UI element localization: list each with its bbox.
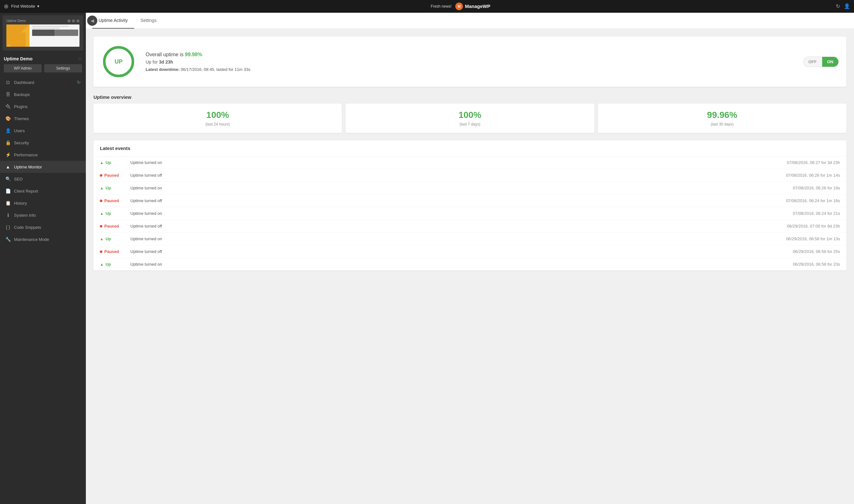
nav-label-6: Performance	[14, 152, 37, 157]
site-preview-image	[6, 24, 79, 47]
nav-back-button[interactable]: ◀	[87, 16, 97, 26]
sidebar-item-uptime-monitor[interactable]: ▲ Uptime Monitor	[0, 161, 86, 173]
overview-card-1: 100% (last 7 days)	[345, 104, 594, 133]
nav-label-12: Code Snippets	[14, 225, 41, 230]
pause-dot-icon	[100, 225, 102, 228]
settings-button[interactable]: Settings	[44, 64, 82, 72]
site-actions: WP Admin Settings	[0, 64, 86, 76]
nav-label-11: System Info	[14, 213, 36, 218]
event-status-label-7: Paused	[104, 249, 119, 254]
sidebar-item-users[interactable]: 👤 Users	[0, 125, 86, 137]
sidebar-item-dashboard[interactable]: ⊡ Dashboard ↻	[0, 76, 86, 88]
event-description-0: Uptime turned on	[130, 160, 782, 165]
event-time-3: 07/08/2016, 06:24 for 1m 16s	[786, 198, 840, 203]
event-row-5: Paused Uptime turned off 06/29/2016, 07:…	[93, 220, 847, 233]
event-row-8: ▲ Up Uptime turned on 06/29/2016, 06:58 …	[93, 258, 847, 270]
pause-dot-icon	[100, 174, 102, 177]
nav-label-5: Security	[14, 141, 29, 145]
nav-icon-3: 🎨	[5, 116, 11, 121]
event-description-1: Uptime turned off	[130, 173, 781, 178]
uptime-status-card: UP Overall uptime is 99.98% Up for 3d 23…	[93, 37, 847, 87]
top-bar-left: ⊕ Find Website ▾	[0, 3, 89, 10]
logo-icon: M	[455, 2, 463, 10]
nav-label-8: SEO	[14, 177, 22, 181]
event-status-2: ▲ Up	[100, 185, 125, 190]
event-row-7: Paused Uptime turned off 06/29/2016, 06:…	[93, 245, 847, 258]
event-status-label-3: Paused	[104, 198, 119, 203]
up-arrow-icon: ▲	[100, 262, 104, 267]
nav-label-7: Uptime Monitor	[14, 165, 42, 169]
nav-icon-1: 🗄	[5, 91, 11, 97]
event-time-5: 06/29/2016, 07:00 for 8d 23h	[787, 224, 840, 229]
site-preview-header: Uptime Demo	[6, 19, 79, 22]
overview-card-2: 99.96% (last 30 days)	[598, 104, 847, 133]
event-time-4: 07/08/2016, 06:24 for 21s	[793, 211, 840, 216]
preview-left-panel	[6, 24, 30, 47]
event-status-label-2: Up	[106, 185, 111, 190]
close-btn-3[interactable]	[76, 19, 79, 22]
events-title: Latest events	[93, 141, 847, 156]
event-row-4: ▲ Up Uptime turned on 07/08/2016, 06:24 …	[93, 207, 847, 220]
event-row-3: Paused Uptime turned off 07/08/2016, 06:…	[93, 195, 847, 207]
nav-label-2: Plugins	[14, 104, 28, 109]
tab-settings[interactable]: Settings	[134, 13, 163, 29]
event-description-6: Uptime turned on	[130, 236, 781, 241]
sidebar-item-maintenance-mode[interactable]: 🔧 Maintenance Mode	[0, 233, 86, 245]
nav-icon-8: 🔍	[5, 176, 11, 182]
overview-title: Uptime overview	[93, 94, 847, 100]
event-status-label-5: Paused	[104, 224, 119, 229]
top-bar-center: Fresh news! M ManageWP	[89, 2, 832, 10]
nav-label-13: Maintenance Mode	[14, 237, 49, 242]
overview-cards: 100% (last 24 hours) 100% (last 7 days) …	[93, 104, 847, 133]
sidebar-item-security[interactable]: 🔒 Security	[0, 137, 86, 149]
overview-pct-0: 100%	[100, 110, 335, 120]
uptime-duration-prefix: Up for	[146, 59, 159, 65]
sidebar-item-client-report[interactable]: 📄 Client Report	[0, 185, 86, 197]
user-icon[interactable]: 👤	[844, 3, 850, 9]
nav-icon-5: 🔒	[5, 140, 11, 146]
toggle-on-button[interactable]: ON	[822, 57, 839, 67]
overview-label-1: (last 7 days)	[352, 122, 588, 126]
nav-label-0: Dashboard	[14, 80, 34, 85]
logo: M ManageWP	[455, 2, 490, 10]
add-site-button[interactable]: ⊕	[4, 3, 8, 10]
find-website-label: Find Website	[11, 4, 35, 8]
fresh-news-label[interactable]: Fresh news!	[431, 4, 451, 8]
overview-label-0: (last 24 hours)	[100, 122, 335, 126]
event-time-6: 06/29/2016, 06:58 for 1m 13s	[786, 236, 840, 241]
top-bar-right: ↻ 👤	[832, 3, 854, 9]
event-description-3: Uptime turned off	[130, 198, 781, 203]
sidebar-item-themes[interactable]: 🎨 Themes	[0, 112, 86, 125]
downtime-value: 06/17/2016, 08:45, lasted for 11m 33s	[181, 67, 251, 72]
favorite-star-icon[interactable]: ☆	[77, 56, 82, 62]
site-info: Uptime Demo ☆	[0, 53, 86, 64]
event-status-label-8: Up	[106, 262, 111, 267]
sidebar-item-plugins[interactable]: 🔌 Plugins	[0, 101, 86, 112]
uptime-status-text: UP	[114, 58, 122, 65]
up-arrow-icon: ▲	[100, 211, 104, 216]
sidebar-item-performance[interactable]: ⚡ Performance	[0, 149, 86, 161]
sidebar-item-seo[interactable]: 🔍 SEO	[0, 173, 86, 185]
uptime-overall-pct: 99.98%	[185, 52, 202, 57]
overview-card-0: 100% (last 24 hours)	[93, 104, 342, 133]
event-status-label-4: Up	[106, 211, 111, 216]
event-description-4: Uptime turned on	[130, 211, 788, 216]
toggle-off-button[interactable]: OFF	[803, 57, 822, 67]
event-status-4: ▲ Up	[100, 211, 125, 216]
nav-icon-0: ⊡	[5, 79, 11, 85]
close-btn-1[interactable]	[67, 19, 71, 22]
wp-admin-button[interactable]: WP Admin	[4, 64, 42, 72]
find-website-dropdown[interactable]: Find Website ▾	[11, 4, 39, 8]
nav-refresh-icon[interactable]: ↻	[77, 80, 81, 85]
sidebar-item-code-snippets[interactable]: { } Code Snippets	[0, 221, 86, 233]
event-status-label-1: Paused	[104, 173, 119, 178]
uptime-toggle[interactable]: OFF ON	[803, 57, 839, 67]
sidebar-item-history[interactable]: 📋 History	[0, 197, 86, 209]
overview-pct-2: 99.96%	[604, 110, 840, 120]
sidebar-item-backups[interactable]: 🗄 Backups	[0, 88, 86, 101]
sidebar-item-system-info[interactable]: ℹ System Info	[0, 209, 86, 221]
event-status-7: Paused	[100, 249, 125, 254]
sidebar: Uptime Demo Uptime Demo ☆	[0, 0, 86, 504]
close-btn-2[interactable]	[72, 19, 75, 22]
refresh-icon[interactable]: ↻	[836, 3, 840, 9]
